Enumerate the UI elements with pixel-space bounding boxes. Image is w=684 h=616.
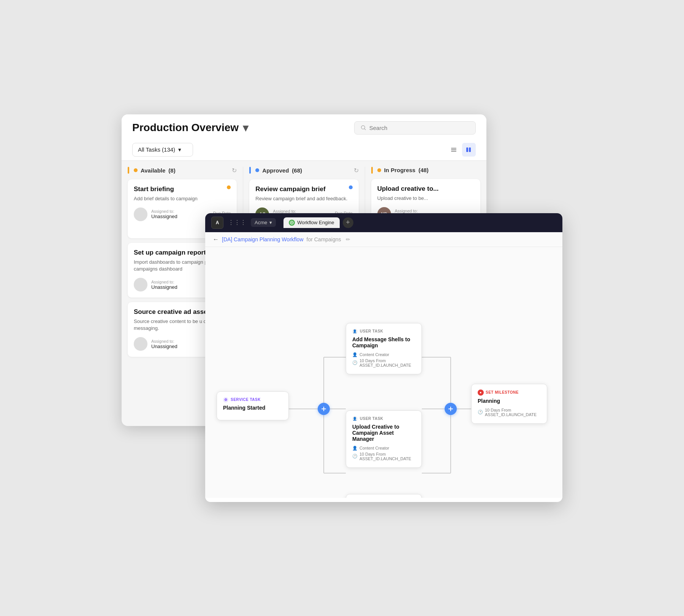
col-count-in-progress: (48): [418, 167, 429, 173]
grid-icon[interactable]: ⋮⋮⋮: [228, 219, 246, 226]
tab-label: Workflow Engine: [297, 220, 334, 225]
prod-title-text: Production Overview: [132, 122, 239, 134]
service-icon: ⚙: [223, 397, 228, 402]
col-label-in-progress: In Progress: [384, 167, 416, 173]
user-task-1-title: Add Message Shells to Campaign: [352, 336, 415, 348]
merge-icon: [448, 406, 454, 412]
card-title-row: Start briefing: [134, 185, 231, 193]
user-task-node-3[interactable]: 👤 USER TASK Setup Campaign Reporting: [346, 494, 422, 498]
gear-icon: [290, 221, 294, 225]
view-toggle: [447, 143, 476, 157]
add-tab-button[interactable]: +: [343, 217, 353, 228]
workflow-engine-window: A ⋮⋮⋮ Acme ▾ Workflow Engine: [205, 213, 562, 502]
assigned-name: Unassigned: [151, 284, 177, 290]
avatar: [134, 337, 147, 351]
search-input[interactable]: [369, 125, 469, 131]
col-stripe-in-progress: [371, 167, 373, 174]
card-desc: Add brief details to campaign: [134, 195, 231, 202]
refresh-icon-approved[interactable]: ↻: [354, 167, 359, 174]
col-label-approved: Approved: [262, 167, 289, 174]
assigned-name: Unassigned: [151, 344, 177, 349]
breadcrumb-title[interactable]: [DA] Campaign Planning Workflow: [222, 236, 304, 242]
workspace-chevron-icon: ▾: [269, 220, 272, 225]
user-task-2-title: Upload Creative to Campaign Asset Manage…: [352, 424, 415, 442]
user-task-1-assignee: 👤 Content Creator: [352, 352, 415, 357]
connector-dot-2[interactable]: [445, 403, 457, 415]
svg-rect-6: [469, 147, 471, 152]
svg-rect-5: [466, 147, 468, 152]
assigned-label: Assigned to:: [151, 280, 177, 284]
assigned-block: Assigned to: Unassigned: [134, 337, 177, 351]
status-dot-available: [134, 168, 138, 172]
user-task-node-1[interactable]: 👤 USER TASK Add Message Shells to Campai…: [346, 323, 422, 374]
kanban-view-button[interactable]: [462, 143, 476, 157]
col-count-approved: (68): [292, 167, 302, 174]
assigned-block: Assigned to: Unassigned: [134, 278, 177, 291]
split-icon: [321, 406, 327, 412]
prod-title[interactable]: Production Overview ▾: [132, 122, 249, 134]
user-task-2-assignee: 👤 Content Creator: [352, 446, 415, 451]
milestone-icon: ●: [478, 390, 484, 396]
col-title-in-progress: In Progress (48): [371, 167, 429, 174]
service-task-node[interactable]: ⚙ SERVICE TASK Planning Started: [217, 391, 289, 420]
workspace-badge[interactable]: Acme ▾: [251, 218, 276, 227]
user-task-2-label: 👤 USER TASK: [352, 416, 415, 421]
col-stripe-approved: [249, 167, 251, 174]
wf-breadcrumb: ← [DA] Campaign Planning Workflow for Ca…: [205, 232, 562, 247]
tab-area: Workflow Engine +: [283, 217, 353, 228]
card-desc: Upload creative to be...: [377, 195, 474, 202]
edit-icon[interactable]: ✏: [346, 236, 350, 242]
card-desc: Review campaign brief and add feedback.: [255, 195, 352, 202]
assigned-info: Assigned to: Unassigned: [151, 209, 177, 219]
tab-workflow-engine[interactable]: Workflow Engine: [283, 217, 339, 228]
clock-icon-2: 🕐: [352, 454, 358, 459]
col-header-available: Available (8) ↻: [128, 167, 237, 174]
assigned-info: Assigned to: Unassigned: [151, 339, 177, 349]
svg-point-8: [291, 222, 293, 223]
svg-rect-2: [451, 148, 456, 149]
assigned-info: Assigned to: Unassigned: [151, 280, 177, 290]
service-task-label: ⚙ SERVICE TASK: [223, 397, 282, 402]
service-task-title: Planning Started: [223, 405, 282, 411]
col-header-approved: Approved (68) ↻: [249, 167, 358, 174]
filter-label: All Tasks (134): [138, 146, 175, 153]
svg-rect-4: [451, 151, 456, 152]
list-view-button[interactable]: [447, 143, 461, 157]
wf-logo: A: [211, 217, 223, 229]
milestone-type: SET MILESTONE: [486, 390, 519, 394]
user-icon-1: 👤: [352, 329, 358, 334]
assigned-label: Assigned to:: [151, 339, 177, 344]
assignee-icon-1: 👤: [352, 352, 358, 357]
tab-workflow-icon: [289, 220, 295, 226]
add-tab-icon: +: [346, 219, 350, 226]
milestone-node[interactable]: ● SET MILESTONE Planning 🕐 10 Days From …: [471, 384, 547, 424]
user-icon-2: 👤: [352, 416, 358, 421]
prod-header: Production Overview ▾ All Tasks (134) ▾: [122, 114, 486, 161]
col-title-available: Available (8): [128, 167, 176, 174]
user-task-1-due: 🕐 10 Days From ASSET_ID.LAUNCH_DATE: [352, 358, 415, 367]
status-dot-in-progress: [377, 168, 381, 172]
svg-rect-3: [451, 149, 456, 150]
user-task-2-due: 🕐 10 Days From ASSET_ID.LAUNCH_DATE: [352, 452, 415, 461]
list-icon: [450, 146, 457, 153]
chevron-down-icon: ▾: [242, 124, 249, 131]
user-task-node-2[interactable]: 👤 USER TASK Upload Creative to Campaign …: [346, 410, 422, 468]
refresh-icon-available[interactable]: ↻: [232, 167, 237, 174]
logo-text: A: [216, 220, 219, 225]
breadcrumb-back-button[interactable]: ←: [213, 236, 219, 243]
col-label-available: Available: [141, 167, 165, 174]
card-title-row: Upload creative to...: [377, 185, 474, 193]
connector-dot-1[interactable]: [318, 403, 330, 415]
card-title: Source creative ad assets: [134, 308, 213, 316]
avatar: [134, 278, 147, 291]
prod-title-row: Production Overview ▾: [132, 121, 476, 139]
wf-canvas: ⚙ SERVICE TASK Planning Started 👤 USER T…: [205, 247, 562, 498]
filter-dropdown[interactable]: All Tasks (134) ▾: [132, 143, 193, 157]
wf-titlebar: A ⋮⋮⋮ Acme ▾ Workflow Engine: [205, 213, 562, 232]
clock-icon-1: 🕐: [352, 360, 358, 365]
search-icon: [361, 125, 366, 131]
milestone-title: Planning: [478, 398, 541, 404]
milestone-due: 🕐 10 Days From ASSET_ID.LAUNCH_DATE: [478, 408, 541, 417]
card-title-row: Review campaign brief: [255, 185, 352, 193]
search-bar[interactable]: [354, 121, 476, 135]
